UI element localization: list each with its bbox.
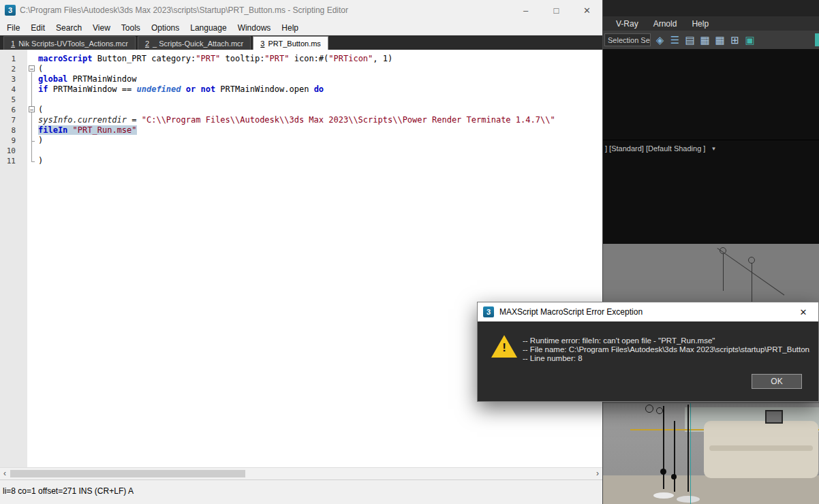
code-line[interactable]	[38, 146, 602, 156]
code-line[interactable]	[38, 95, 602, 105]
viewport-render[interactable]	[603, 403, 819, 504]
wireframe-line	[717, 248, 784, 296]
menu-tools[interactable]: Tools	[116, 23, 146, 33]
render-lamp-pole	[674, 421, 675, 492]
line-number: 2	[0, 64, 27, 74]
menu-language[interactable]: Language	[185, 23, 232, 33]
wireframe-lamp-bulb	[720, 247, 726, 254]
fold-column: −−	[27, 50, 38, 467]
code-line[interactable]: if PRTMainWindow == undefined or not PRT…	[38, 84, 602, 95]
clipped-toolbar-icon[interactable]	[815, 33, 819, 46]
tab--scripts-quick-attach-mcr[interactable]: 2_ Scripts-Quick_Attach.mcr	[138, 36, 251, 50]
code-line[interactable]: sysInfo.currentdir = "C:\\Program Files\…	[38, 115, 602, 125]
tab-number: 2	[145, 40, 149, 48]
editor-titlebar[interactable]: 3 C:\Program Files\Autodesk\3ds Max 2023…	[0, 0, 602, 20]
menu-edit[interactable]: Edit	[25, 23, 50, 33]
close-button[interactable]: ✕	[572, 0, 602, 20]
fold-line	[31, 141, 35, 142]
dialog-close-icon[interactable]: ✕	[794, 307, 813, 317]
horizontal-scrollbar[interactable]: ‹ ›	[0, 467, 602, 479]
scrollbar-thumb[interactable]	[10, 470, 245, 477]
scroll-right-icon[interactable]: ›	[593, 468, 602, 479]
line-number: 3	[0, 74, 27, 84]
ok-button[interactable]: OK	[752, 374, 802, 389]
max-toolbar-icons: ◈☰▤▦▦⊞▣	[653, 33, 756, 46]
line-number: 1	[0, 54, 27, 64]
line-number: 8	[0, 125, 27, 136]
layer-explorer-icon[interactable]: ▦	[713, 33, 726, 46]
viewport-label-arrow-icon: ▼	[711, 146, 716, 152]
render-lamp-pole	[663, 406, 664, 489]
editor-tabbar: 1Nik Scripts-UVTools_Actions.mcr2_ Scrip…	[0, 35, 602, 50]
render-setup-icon[interactable]: ▣	[743, 33, 756, 46]
editor-menubar: FileEditSearchViewToolsOptionsLanguageWi…	[0, 20, 602, 35]
error-dialog: 3 MAXScript MacroScript Error Exception …	[477, 302, 819, 402]
status-text: li=8 co=1 offset=271 INS (CR+LF) A	[3, 486, 134, 496]
render-wall-frame	[765, 410, 783, 424]
scripting-editor-window: 3 C:\Program Files\Autodesk\3ds Max 2023…	[0, 0, 603, 504]
render-lamp-pole	[687, 405, 689, 492]
max-titlebar	[603, 0, 819, 16]
code-line[interactable]: macroScript Button_PRT category:"PRT" to…	[38, 54, 602, 64]
render-couch-seat	[709, 445, 813, 451]
menu-windows[interactable]: Windows	[232, 23, 277, 33]
render-chandelier	[656, 407, 663, 414]
menu-file[interactable]: File	[1, 23, 25, 33]
fold-line	[31, 113, 32, 141]
material-editor-icon[interactable]: ⊞	[728, 33, 741, 46]
viewport-dark[interactable]: ] [Standard] [Default Shading ] ▼	[603, 49, 819, 244]
manage-layers-icon[interactable]: ☰	[668, 33, 681, 46]
max-toolbar: Selection Se ▾ ◈☰▤▦▦⊞▣	[603, 31, 819, 49]
tab-prt-button-ms[interactable]: 3PRT_Button.ms	[253, 36, 328, 50]
max-menu-help[interactable]: Help	[684, 19, 716, 29]
line-number: 7	[0, 115, 27, 125]
tab-label: Nik Scripts-UVTools_Actions.mcr	[18, 40, 128, 48]
code-line[interactable]: )	[38, 156, 602, 166]
selection-set-dropdown[interactable]: Selection Se ▾	[604, 33, 651, 46]
menu-search[interactable]: Search	[50, 23, 87, 33]
render-axis-line	[690, 403, 691, 504]
render-lamp-base	[653, 492, 674, 499]
tab-number: 1	[11, 40, 15, 48]
dialog-titlebar[interactable]: 3 MAXScript MacroScript Error Exception …	[478, 302, 818, 321]
render-lamp-base	[677, 496, 700, 503]
wireframe-lamp-pole	[723, 253, 724, 291]
code-line[interactable]: (	[38, 105, 602, 115]
dialog-message: -- Runtime error: fileIn: can't open fil…	[523, 336, 810, 363]
code-line[interactable]: fileIn "PRT_Run.mse"	[38, 125, 602, 136]
code-area[interactable]: 1234567891011 −− macroScript Button_PRT …	[0, 50, 602, 467]
warning-exclamation: !	[491, 341, 517, 355]
menu-view[interactable]: View	[87, 23, 116, 33]
code-line[interactable]: (	[38, 64, 602, 74]
render-lamp-bulb	[671, 474, 677, 479]
warning-icon: !	[491, 335, 517, 358]
ok-label: OK	[771, 377, 782, 386]
viewport-shading-label[interactable]: ] [Standard] [Default Shading ] ▼	[605, 144, 716, 153]
max-menu-v-ray[interactable]: V-Ray	[608, 19, 646, 29]
scroll-left-icon[interactable]: ‹	[0, 468, 10, 479]
menu-help[interactable]: Help	[276, 23, 304, 33]
max-menu-arnold[interactable]: Arnold	[646, 19, 685, 29]
render-chandelier	[645, 405, 653, 413]
scene-explorer-icon[interactable]: ▦	[698, 33, 711, 46]
maximize-button[interactable]: □	[541, 0, 572, 20]
select-region-icon[interactable]: ◈	[653, 33, 666, 46]
dialog-message-line: -- File name: C:\Program Files\Autodesk\…	[523, 345, 810, 354]
dialog-title: MAXScript MacroScript Error Exception	[499, 307, 794, 317]
fold-marker-icon[interactable]: −	[29, 106, 35, 112]
minimize-button[interactable]: –	[510, 0, 541, 20]
code-line[interactable]: global PRTMainWindow	[38, 74, 602, 84]
fold-marker-icon[interactable]: −	[29, 65, 35, 72]
max-app-icon: 3	[5, 5, 16, 16]
tab-nik-scripts-uvtools-actions-mcr[interactable]: 1Nik Scripts-UVTools_Actions.mcr	[3, 36, 136, 50]
line-number: 6	[0, 105, 27, 115]
screen: V-RayArnoldHelp Selection Se ▾ ◈☰▤▦▦⊞▣ ]…	[0, 0, 819, 504]
menu-options[interactable]: Options	[146, 23, 185, 33]
toggle-ribbon-icon[interactable]: ▤	[683, 33, 696, 46]
code-line[interactable]: )	[38, 136, 602, 146]
line-number: 10	[0, 146, 27, 156]
line-number: 9	[0, 136, 27, 146]
code-lines: macroScript Button_PRT category:"PRT" to…	[38, 54, 602, 166]
tab-label: _ Scripts-Quick_Attach.mcr	[153, 40, 243, 48]
viewport-label-text: ] [Standard] [Default Shading ]	[605, 144, 705, 153]
